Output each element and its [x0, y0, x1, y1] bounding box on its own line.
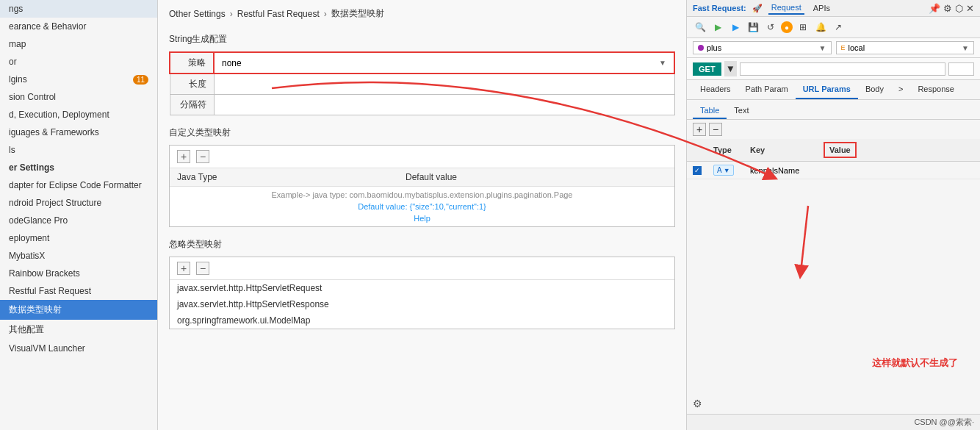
- panel-expand-icon[interactable]: ⬡: [955, 3, 963, 14]
- sidebar-item-map[interactable]: map: [0, 35, 157, 53]
- type-dropdown-0[interactable]: ▼: [724, 167, 730, 174]
- string-config-table: 策略 none ▼ 长度 5 分隔符: [169, 51, 675, 115]
- strategy-label: 策略: [170, 52, 214, 74]
- panel-gear-icon[interactable]: ⚙: [943, 3, 952, 14]
- method-button[interactable]: GET: [693, 62, 721, 76]
- panel-tab-apis[interactable]: APIs: [810, 2, 833, 14]
- subtab-text[interactable]: Text: [727, 103, 756, 119]
- col-default-value: Default value: [398, 168, 674, 187]
- custom-mapping-title: 自定义类型映射: [169, 126, 675, 139]
- method-dropdown[interactable]: ▼: [724, 61, 737, 76]
- sidebar-item-android[interactable]: ndroid Project Structure: [0, 194, 157, 212]
- env-select[interactable]: E local ▼: [836, 41, 975, 54]
- value-header-label: Value: [824, 142, 857, 158]
- tab-headers[interactable]: Headers: [693, 80, 738, 99]
- tab-url-params[interactable]: URL Params: [796, 80, 858, 99]
- toolbar-save-icon[interactable]: 💾: [746, 20, 760, 35]
- panel-close-icon[interactable]: ✕: [966, 3, 974, 14]
- panel-request-icon: 🚀: [752, 4, 763, 13]
- custom-add-btn[interactable]: +: [177, 150, 190, 163]
- breadcrumb: Other Settings › Restful Fast Request › …: [158, 0, 686, 26]
- bottom-gear-icon[interactable]: ⚙: [693, 398, 702, 409]
- toolbar-share-icon[interactable]: ↗: [831, 20, 846, 35]
- breadcrumb-sep-1: ›: [230, 9, 233, 19]
- ignore-remove-btn[interactable]: −: [196, 262, 209, 275]
- strategy-dropdown-arrow[interactable]: ▼: [659, 59, 666, 67]
- sidebar-item-eclipse[interactable]: dapter for Eclipse Code Formatter: [0, 176, 157, 194]
- col-checkbox: [687, 139, 707, 162]
- sidebar-item-ls[interactable]: ls: [0, 141, 157, 159]
- type-tag-0: A ▼: [713, 165, 734, 176]
- length-value-cell[interactable]: 5: [214, 74, 674, 95]
- toolbar-bell-icon[interactable]: 🔔: [813, 20, 828, 35]
- sidebar-item-visualvm[interactable]: VisualVM Launcher: [0, 340, 157, 357]
- main-content: Other Settings › Restful Fast Request › …: [158, 0, 686, 430]
- sidebar-item-other-config[interactable]: 其他配置: [0, 320, 157, 340]
- num-input[interactable]: 0: [948, 62, 974, 76]
- status-bar-text: CSDN @@索索·: [914, 417, 974, 428]
- sidebar-item-vcs[interactable]: sion Control: [0, 88, 157, 106]
- tab-response[interactable]: Response: [910, 80, 962, 99]
- sidebar-item-data-type-mapping[interactable]: 数据类型映射: [0, 300, 157, 320]
- panel-pin-icon[interactable]: 📌: [929, 3, 940, 14]
- default-value-text: Default value: {"size":10,"current":1}: [177, 202, 667, 211]
- sidebar-item-restful[interactable]: Restful Fast Request: [0, 282, 157, 300]
- panel-tab-request[interactable]: Request: [768, 1, 804, 15]
- ignore-item-1: javax.servlet.http.HttpServletResponse: [170, 296, 674, 312]
- subtab-table[interactable]: Table: [693, 103, 727, 119]
- breadcrumb-sep-2: ›: [324, 9, 327, 19]
- length-row: 长度 5: [170, 74, 674, 95]
- custom-remove-btn[interactable]: −: [196, 150, 209, 163]
- param-value-0[interactable]: [818, 162, 980, 179]
- custom-mapping-header: + −: [170, 146, 674, 168]
- params-table: Type Key Value ✓ A ▼: [687, 139, 980, 179]
- profile-label: plus: [707, 43, 721, 52]
- sidebar-item-appearance[interactable]: earance & Behavior: [0, 18, 157, 35]
- tab-body[interactable]: Body: [858, 80, 891, 99]
- plugins-label: lgins: [9, 74, 27, 85]
- ignore-item-2: org.springframework.ui.ModelMap: [170, 312, 674, 329]
- length-label: 长度: [170, 74, 214, 95]
- toolbar-table-icon[interactable]: ⊞: [796, 20, 810, 35]
- sidebar-item-mybatisx[interactable]: MybatisX: [0, 247, 157, 265]
- env-dropdown-arrow: ▼: [962, 44, 969, 52]
- tab-path-param[interactable]: Path Param: [738, 80, 796, 99]
- sidebar-item-languages[interactable]: iguages & Frameworks: [0, 123, 157, 141]
- toolbar-search-icon[interactable]: 🔍: [693, 20, 707, 35]
- params-add-btn[interactable]: +: [693, 123, 706, 136]
- toolbar-send2-icon[interactable]: ▶: [728, 20, 743, 35]
- env-icon: E: [841, 44, 846, 51]
- sidebar-item-execution[interactable]: d, Execution, Deployment: [0, 106, 157, 123]
- help-link[interactable]: Help: [177, 214, 667, 223]
- sidebar-item-plugins[interactable]: lgins 11: [0, 71, 157, 88]
- param-checkbox-0[interactable]: ✓: [687, 162, 707, 179]
- plugins-badge: 11: [133, 75, 148, 85]
- profile-dropdown-arrow: ▼: [819, 44, 826, 52]
- sidebar-item-codeglance[interactable]: odeGlance Pro: [0, 212, 157, 229]
- profile-select[interactable]: plus ▼: [693, 41, 832, 54]
- custom-mapping-box: + − Java Type Default value Example-> ja…: [169, 145, 675, 227]
- sidebar-item-er-settings[interactable]: er Settings: [0, 159, 157, 176]
- sidebar-item-or[interactable]: or: [0, 53, 157, 71]
- sidebar-item-deployment[interactable]: eployment: [0, 229, 157, 247]
- separator-value-cell[interactable]: [214, 95, 674, 115]
- custom-mapping-table: Java Type Default value Example-> java t…: [170, 168, 674, 226]
- toolbar-refresh-icon[interactable]: ↺: [763, 20, 778, 35]
- separator-row: 分隔符: [170, 95, 674, 115]
- toolbar-tag-icon[interactable]: ●: [781, 21, 793, 33]
- tab-arrow[interactable]: >: [891, 80, 910, 99]
- mapping-empty-cell: Example-> java type: com.baomidou.mybati…: [170, 187, 674, 227]
- breadcrumb-restful: Restful Fast Request: [237, 9, 320, 19]
- length-input[interactable]: 5: [222, 79, 667, 90]
- type-letter-0: A: [717, 166, 722, 174]
- panel-top-icons: 📌 ⚙ ⬡ ✕: [929, 3, 974, 14]
- toolbar-send-icon[interactable]: ▶: [710, 20, 725, 35]
- breadcrumb-data-type: 数据类型映射: [331, 7, 384, 20]
- sidebar-item-ngs[interactable]: ngs: [0, 0, 157, 18]
- sidebar-item-rainbow[interactable]: Rainbow Brackets: [0, 265, 157, 282]
- ignore-add-btn[interactable]: +: [177, 262, 190, 275]
- url-input[interactable]: /pet/dog2/selectDogs: [740, 62, 945, 76]
- params-remove-btn[interactable]: −: [709, 123, 722, 136]
- separator-input[interactable]: [222, 100, 667, 110]
- panel-toolbar: 🔍 ▶ ▶ 💾 ↺ ● ⊞ 🔔 ↗: [687, 17, 980, 38]
